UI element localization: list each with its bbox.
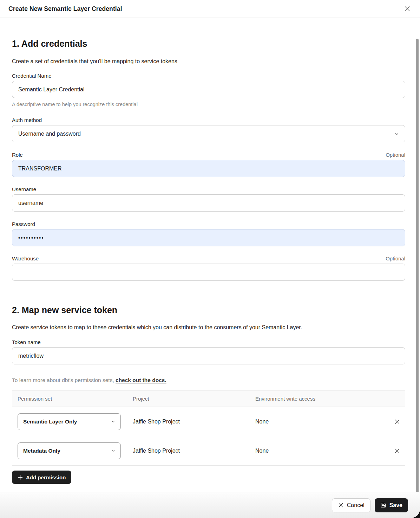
role-input[interactable] bbox=[12, 160, 405, 177]
credential-name-input[interactable] bbox=[12, 81, 405, 98]
password-label: Password bbox=[12, 220, 35, 228]
env-write-access-cell: None bbox=[255, 419, 389, 425]
remove-permission-button[interactable] bbox=[392, 445, 403, 457]
plus-icon bbox=[18, 475, 23, 480]
save-label: Save bbox=[389, 502, 402, 509]
warehouse-optional-tag: Optional bbox=[386, 255, 405, 262]
permission-set-select[interactable]: Semantic Layer Only bbox=[18, 413, 121, 430]
remove-permission-button[interactable] bbox=[392, 416, 403, 427]
warehouse-input[interactable] bbox=[12, 264, 405, 281]
username-input[interactable] bbox=[12, 194, 405, 212]
add-permission-button[interactable]: Add permission bbox=[12, 471, 71, 484]
header-env-write-access: Environment write access bbox=[255, 396, 389, 402]
role-label: Role bbox=[12, 151, 23, 158]
modal-footer: Cancel Save bbox=[0, 492, 420, 518]
chevron-down-icon bbox=[394, 131, 399, 136]
cancel-button[interactable]: Cancel bbox=[332, 498, 370, 512]
create-credential-modal: Create New Semantic Layer Credential 1. … bbox=[0, 0, 420, 518]
username-label: Username bbox=[12, 186, 36, 193]
save-button[interactable]: Save bbox=[375, 498, 408, 512]
env-write-access-cell: None bbox=[255, 448, 389, 454]
scrollbar-thumb[interactable] bbox=[416, 39, 419, 496]
x-icon bbox=[338, 502, 344, 508]
modal-header: Create New Semantic Layer Credential bbox=[0, 0, 420, 18]
modal-body: 1. Add credentials Create a set of crede… bbox=[0, 38, 420, 484]
credential-name-label: Credential Name bbox=[12, 72, 52, 79]
role-optional-tag: Optional bbox=[386, 151, 405, 158]
auth-method-value: Username and password bbox=[18, 131, 81, 137]
project-cell: Jaffle Shop Project bbox=[133, 448, 255, 454]
header-permission-set: Permission set bbox=[12, 396, 133, 402]
permission-set-select[interactable]: Metadata Only bbox=[18, 442, 121, 459]
permission-row: Metadata Only Jaffle Shop Project None bbox=[12, 436, 405, 465]
credential-name-helper: A descriptive name to help you recognize… bbox=[12, 101, 405, 108]
header-project: Project bbox=[133, 396, 255, 402]
chevron-down-icon bbox=[111, 419, 116, 424]
x-icon bbox=[394, 447, 401, 454]
floppy-disk-icon bbox=[380, 502, 386, 508]
chevron-down-icon bbox=[111, 448, 116, 453]
section1-heading: 1. Add credentials bbox=[12, 38, 405, 49]
password-input[interactable] bbox=[12, 229, 405, 246]
close-button[interactable] bbox=[402, 4, 412, 14]
close-icon bbox=[403, 5, 411, 13]
auth-method-label: Auth method bbox=[12, 116, 42, 124]
section1-description: Create a set of credentials that you'll … bbox=[12, 58, 405, 65]
permissions-table: Permission set Project Environment write… bbox=[12, 390, 405, 466]
permission-set-value: Semantic Layer Only bbox=[23, 419, 77, 425]
permission-set-value: Metadata Only bbox=[23, 448, 60, 454]
section2-heading: 2. Map new service token bbox=[12, 305, 405, 316]
auth-method-select[interactable]: Username and password bbox=[12, 125, 405, 142]
x-icon bbox=[394, 418, 401, 425]
permission-row: Semantic Layer Only Jaffle Shop Project … bbox=[12, 407, 405, 436]
warehouse-label: Warehouse bbox=[12, 255, 39, 262]
section2-description: Create service tokens to map to these cr… bbox=[12, 324, 405, 331]
token-name-input[interactable] bbox=[12, 347, 405, 364]
project-cell: Jaffle Shop Project bbox=[133, 419, 255, 425]
cancel-label: Cancel bbox=[347, 502, 365, 509]
token-name-label: Token name bbox=[12, 338, 41, 346]
docs-text: To learn more about dbt's permission set… bbox=[12, 377, 116, 383]
modal-title: Create New Semantic Layer Credential bbox=[8, 5, 122, 13]
docs-link[interactable]: check out the docs. bbox=[116, 377, 166, 383]
permissions-table-header: Permission set Project Environment write… bbox=[12, 390, 405, 407]
docs-line: To learn more about dbt's permission set… bbox=[12, 377, 405, 384]
add-permission-label: Add permission bbox=[26, 474, 66, 480]
